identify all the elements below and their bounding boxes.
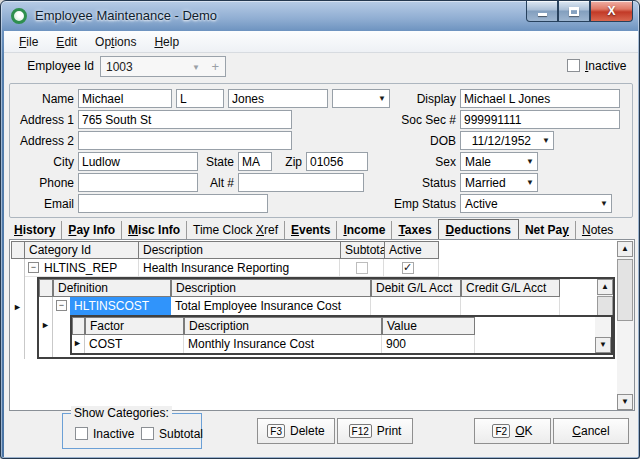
display-name-field[interactable]	[460, 89, 620, 108]
status-value: Married	[465, 176, 506, 190]
chevron-down-icon: ▼	[526, 157, 534, 166]
print-button-label: Print	[377, 424, 402, 438]
dob-select[interactable]: 11/12/1952 ▼	[460, 131, 554, 150]
tab-history[interactable]: History	[8, 221, 62, 239]
definition-value-selected[interactable]: HLTINSCOST	[70, 297, 171, 315]
middle-initial-field[interactable]	[176, 89, 224, 108]
category-id-value[interactable]: HLTINS_REP	[44, 261, 117, 275]
emp-status-label: Emp Status	[364, 197, 456, 211]
value-header: Value	[382, 317, 475, 335]
sex-label: Sex	[364, 155, 456, 169]
category-description-value[interactable]: Health Insurance Reporting	[143, 261, 289, 275]
sex-select[interactable]: Male ▼	[460, 152, 538, 171]
definition-grid: Definition Description Debit G/L Acct Cr…	[37, 277, 615, 359]
scroll-down-icon[interactable]: ▼	[595, 337, 611, 353]
row-pointer-icon: ►	[41, 321, 50, 330]
factor-description-value[interactable]: Monthly Insurance Cost	[188, 337, 314, 351]
dob-label: DOB	[364, 134, 456, 148]
grid-scrollbar[interactable]: ▲ ▼	[617, 241, 634, 410]
chevron-down-icon[interactable]: ▼	[192, 63, 200, 72]
value-amount[interactable]: 900	[386, 337, 406, 351]
debit-cell[interactable]	[371, 297, 461, 315]
scroll-up-icon[interactable]: ▲	[617, 241, 633, 257]
zip-field[interactable]	[306, 152, 368, 171]
definition-desc-header: Description	[171, 279, 371, 297]
minimize-icon	[538, 13, 547, 16]
factor-indicator-header	[72, 317, 85, 335]
address2-field[interactable]	[78, 131, 292, 150]
status-select[interactable]: Married ▼	[460, 173, 538, 192]
close-icon: X	[607, 5, 615, 17]
alt-phone-field[interactable]	[238, 173, 364, 192]
tab-misc-info[interactable]: Misc Info	[122, 221, 187, 239]
employee-id-combo[interactable]: 1003 ▼ +	[100, 56, 226, 77]
dob-value: 11/12/1952	[472, 134, 531, 148]
show-subtotal-label: Subtotal	[159, 427, 203, 441]
maximize-icon	[569, 7, 579, 16]
city-field[interactable]	[78, 152, 198, 171]
last-name-field[interactable]	[228, 89, 328, 108]
address1-field[interactable]	[78, 110, 292, 129]
add-employee-icon[interactable]: +	[211, 59, 219, 74]
delete-button[interactable]: F3 Delete	[257, 418, 335, 444]
close-button[interactable]: X	[590, 1, 633, 22]
alt-phone-label: Alt #	[200, 176, 234, 190]
title-bar[interactable]: Employee Maintenance - Demo X	[1, 1, 640, 31]
definition-indicator-header	[39, 279, 53, 297]
first-name-field[interactable]	[78, 89, 172, 108]
menu-file[interactable]: File	[10, 32, 47, 52]
scroll-up-icon[interactable]: ▲	[597, 279, 613, 295]
show-subtotal-checkbox[interactable]	[141, 427, 154, 440]
chevron-down-icon: ▼	[542, 136, 550, 145]
scrollbar-thumb[interactable]	[617, 259, 633, 321]
tab-net-pay[interactable]: Net Pay	[519, 221, 576, 239]
tab-taxes[interactable]: Taxes	[392, 221, 438, 239]
inactive-checkbox[interactable]	[567, 59, 580, 72]
show-inactive-label: Inactive	[93, 427, 134, 441]
phone-field[interactable]	[78, 173, 198, 192]
credit-cell[interactable]	[461, 297, 560, 315]
collapse-icon[interactable]: −	[28, 262, 39, 273]
email-field[interactable]	[78, 194, 268, 213]
employee-id-label: Employee Id	[4, 59, 94, 73]
factor-grid: Factor Description Value ► COST Monthly …	[70, 315, 613, 355]
show-categories-group: Show Categories: Inactive Subtotal	[62, 413, 202, 449]
definition-description-value[interactable]: Total Employee Insurance Cost	[175, 299, 341, 313]
tab-income[interactable]: Income	[337, 221, 392, 239]
tab-time-clock-xref[interactable]: Time Clock Xref	[187, 221, 285, 239]
definition-header: Definition	[53, 279, 171, 297]
print-button[interactable]: F12 Print	[337, 418, 413, 444]
show-inactive-checkbox[interactable]	[75, 427, 88, 440]
address2-label: Address 2	[4, 134, 74, 148]
tab-notes[interactable]: Notes	[576, 221, 619, 239]
state-field[interactable]	[238, 152, 272, 171]
state-label: State	[200, 155, 234, 169]
grid-header-active: Active	[384, 241, 439, 259]
menu-options[interactable]: Options	[86, 32, 145, 52]
f12-keycap: F12	[349, 424, 372, 438]
cancel-button[interactable]: Cancel	[553, 418, 629, 444]
factor-grid-scrollbar[interactable]: ▼	[595, 317, 611, 353]
ok-button[interactable]: F2 OK	[474, 418, 551, 444]
window-title: Employee Maintenance - Demo	[35, 8, 217, 23]
minimize-button[interactable]	[526, 1, 558, 22]
maximize-button[interactable]	[558, 1, 590, 22]
subtotal-cell-checkbox[interactable]	[356, 262, 368, 274]
emp-status-select[interactable]: Active ▼	[460, 194, 612, 213]
email-label: Email	[4, 197, 74, 211]
tab-deductions[interactable]: Deductions	[438, 219, 519, 241]
menu-edit[interactable]: Edit	[47, 32, 86, 52]
debit-header: Debit G/L Acct	[371, 279, 461, 297]
active-cell-checkbox[interactable]: ✓	[402, 262, 414, 274]
factor-value[interactable]: COST	[89, 337, 122, 351]
grid-header-category-id: Category Id	[24, 241, 139, 259]
f2-keycap: F2	[492, 424, 510, 438]
app-icon	[11, 8, 27, 24]
scroll-down-icon[interactable]: ▼	[617, 394, 633, 410]
collapse-icon[interactable]: −	[56, 300, 67, 311]
menu-help[interactable]: Help	[145, 32, 188, 52]
tab-events[interactable]: Events	[285, 221, 337, 239]
ssn-field[interactable]	[460, 110, 620, 129]
tab-pay-info[interactable]: Pay Info	[62, 221, 122, 239]
grid-header-description: Description	[138, 241, 341, 259]
